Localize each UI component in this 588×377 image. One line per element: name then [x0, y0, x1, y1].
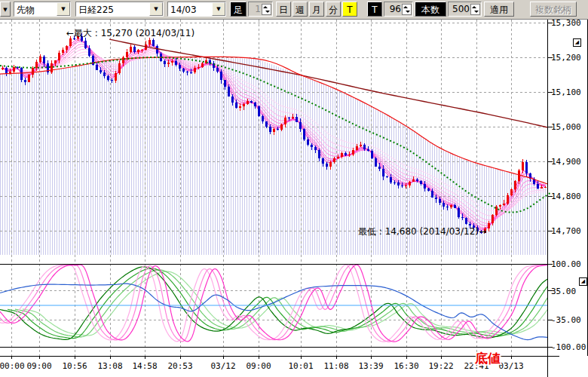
chart-canvas[interactable]: 15,30015,20015,10015,00014,90014,80014,7… — [0, 19, 588, 377]
ashi-button[interactable]: 足 — [230, 2, 247, 17]
svg-text:13:08: 13:08 — [97, 361, 122, 371]
svg-text:14,900: 14,900 — [551, 157, 581, 167]
weekly-button[interactable]: 週 — [292, 2, 308, 17]
svg-text:20:53: 20:53 — [167, 361, 192, 371]
svg-text:03/12: 03/12 — [210, 361, 235, 371]
multi-symbol-button[interactable]: 複数銘柄 — [530, 2, 577, 17]
svg-text:14,700: 14,700 — [551, 226, 581, 236]
min-price-annotation: 最低 : 14,680 (2014/03/12)→ — [358, 226, 486, 237]
spinner-icon[interactable] — [262, 4, 271, 15]
price-y-axis: 15,30015,20015,10015,00014,90014,80014,7… — [547, 19, 586, 352]
instrument-type-value: 先物 — [14, 2, 57, 16]
monthly-button[interactable]: 月 — [309, 2, 324, 17]
svg-text:16:30: 16:30 — [394, 361, 418, 371]
tick-count-value: 96 — [390, 2, 402, 16]
spinner-icon[interactable] — [470, 4, 480, 15]
bar-count-button[interactable]: 本数 — [415, 2, 446, 17]
svg-text:13:39: 13:39 — [358, 361, 383, 371]
price-and-oscillator-chart[interactable]: 15,30015,20015,10015,00014,90014,80014,7… — [0, 19, 588, 377]
tick-count-button[interactable]: T — [367, 2, 382, 17]
svg-text:19:22: 19:22 — [428, 361, 453, 371]
instrument-type-combo[interactable]: 先物 ▼ — [14, 2, 71, 17]
edge-dropdown-button[interactable]: ▼ — [0, 2, 11, 17]
svg-text:00:00: 00:00 — [0, 361, 25, 371]
chevron-down-icon[interactable]: ▼ — [149, 2, 163, 16]
max-price-annotation: ←最大 : 15,270 (2014/03/11) — [66, 28, 194, 38]
apply-button[interactable]: 適用 — [484, 2, 514, 17]
svg-text:15,000: 15,000 — [551, 122, 581, 132]
svg-text:-100.00: -100.00 — [551, 342, 586, 352]
svg-text:10:56: 10:56 — [62, 361, 87, 371]
bar-count-value: 500 — [452, 2, 470, 16]
svg-text:35.00: 35.00 — [551, 287, 576, 296]
svg-text:15,300: 15,300 — [551, 19, 581, 28]
svg-text:03/13: 03/13 — [498, 361, 523, 371]
toolbar: ▼ 先物 ▼ 日経225 ▼ 14/03 ▼ 足 1 日 週 月 分 T T 9… — [0, 0, 588, 20]
svg-text:100.00: 100.00 — [551, 259, 581, 269]
ashi-interval-stepper[interactable]: 1 — [248, 2, 273, 17]
chevron-down-icon[interactable]: ▼ — [57, 2, 70, 16]
bottom-value-annotation: 底値 — [474, 351, 501, 366]
striped-background — [0, 57, 547, 255]
svg-text:15,100: 15,100 — [551, 87, 581, 97]
oscillator-curves — [0, 265, 577, 342]
contract-month-value: 14/03 — [168, 2, 212, 16]
svg-text:-35.00: -35.00 — [551, 315, 581, 325]
oscillator-panel-expand-icon[interactable]: ◢ — [579, 277, 587, 286]
daily-button[interactable]: 日 — [276, 2, 291, 17]
tick-mode-button-active[interactable]: T — [342, 2, 357, 17]
symbol-value: 日経225 — [76, 2, 149, 16]
tick-count-stepper[interactable]: 96 — [384, 2, 413, 17]
svg-text:14:58: 14:58 — [132, 361, 157, 371]
price-panel-expand-icon[interactable]: ◢ — [573, 38, 581, 47]
bar-count-stepper[interactable]: 500 — [448, 2, 482, 17]
svg-text:10:01: 10:01 — [288, 361, 313, 371]
ashi-interval-value: 1 — [255, 2, 262, 16]
symbol-combo[interactable]: 日経225 ▼ — [75, 2, 164, 17]
minute-button[interactable]: 分 — [326, 2, 341, 17]
svg-text:14,800: 14,800 — [551, 192, 581, 201]
time-x-axis: 00:0009:0010:5613:0814:5820:5303/1209:00… — [0, 356, 524, 371]
svg-text:09:00: 09:00 — [246, 361, 271, 371]
contract-month-combo[interactable]: 14/03 ▼ — [167, 2, 226, 17]
svg-text:15,200: 15,200 — [551, 53, 581, 63]
chevron-down-icon[interactable]: ▼ — [212, 2, 225, 16]
svg-text:11:08: 11:08 — [323, 361, 348, 371]
svg-text:09:00: 09:00 — [26, 361, 51, 371]
chart-application-window: { "toolbar": { "edge_dropdown": "▼", "co… — [0, 0, 588, 377]
spinner-icon[interactable] — [402, 4, 412, 15]
